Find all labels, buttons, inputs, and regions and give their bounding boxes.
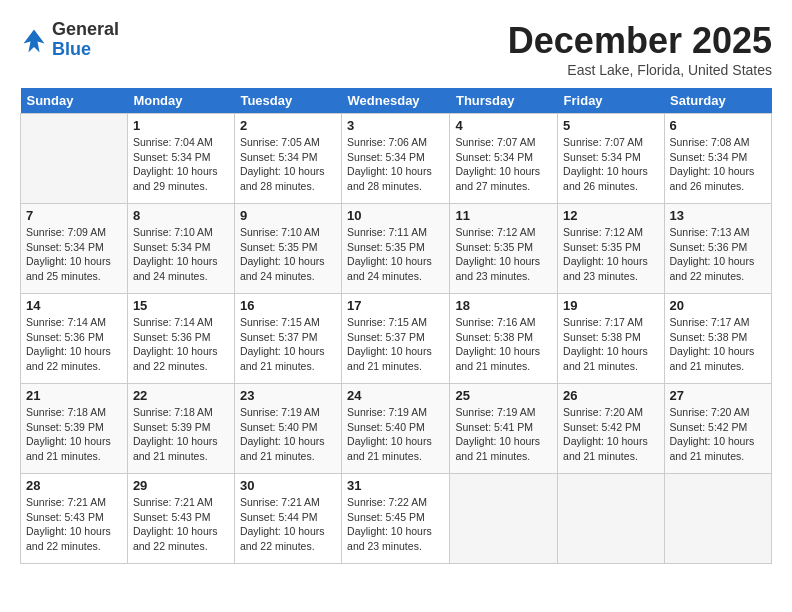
day-cell (450, 474, 558, 564)
day-info: Sunrise: 7:16 AM Sunset: 5:38 PM Dayligh… (455, 315, 552, 374)
header-monday: Monday (127, 88, 234, 114)
day-number: 23 (240, 388, 336, 403)
day-info: Sunrise: 7:13 AM Sunset: 5:36 PM Dayligh… (670, 225, 766, 284)
day-number: 31 (347, 478, 444, 493)
day-info: Sunrise: 7:19 AM Sunset: 5:41 PM Dayligh… (455, 405, 552, 464)
day-cell: 25Sunrise: 7:19 AM Sunset: 5:41 PM Dayli… (450, 384, 558, 474)
day-number: 14 (26, 298, 122, 313)
day-cell: 15Sunrise: 7:14 AM Sunset: 5:36 PM Dayli… (127, 294, 234, 384)
day-info: Sunrise: 7:12 AM Sunset: 5:35 PM Dayligh… (563, 225, 658, 284)
day-info: Sunrise: 7:09 AM Sunset: 5:34 PM Dayligh… (26, 225, 122, 284)
day-info: Sunrise: 7:07 AM Sunset: 5:34 PM Dayligh… (563, 135, 658, 194)
day-cell (558, 474, 664, 564)
header-sunday: Sunday (21, 88, 128, 114)
day-number: 17 (347, 298, 444, 313)
day-info: Sunrise: 7:20 AM Sunset: 5:42 PM Dayligh… (563, 405, 658, 464)
day-number: 18 (455, 298, 552, 313)
week-row-5: 28Sunrise: 7:21 AM Sunset: 5:43 PM Dayli… (21, 474, 772, 564)
day-cell: 16Sunrise: 7:15 AM Sunset: 5:37 PM Dayli… (234, 294, 341, 384)
day-number: 29 (133, 478, 229, 493)
day-info: Sunrise: 7:15 AM Sunset: 5:37 PM Dayligh… (347, 315, 444, 374)
logo-line1: General (52, 19, 119, 39)
day-info: Sunrise: 7:10 AM Sunset: 5:34 PM Dayligh… (133, 225, 229, 284)
svg-marker-0 (24, 29, 45, 52)
day-cell: 21Sunrise: 7:18 AM Sunset: 5:39 PM Dayli… (21, 384, 128, 474)
day-number: 30 (240, 478, 336, 493)
header-saturday: Saturday (664, 88, 771, 114)
logo-line2: Blue (52, 39, 91, 59)
month-title: December 2025 (508, 20, 772, 62)
day-cell: 29Sunrise: 7:21 AM Sunset: 5:43 PM Dayli… (127, 474, 234, 564)
day-number: 13 (670, 208, 766, 223)
day-cell: 11Sunrise: 7:12 AM Sunset: 5:35 PM Dayli… (450, 204, 558, 294)
day-info: Sunrise: 7:21 AM Sunset: 5:44 PM Dayligh… (240, 495, 336, 554)
day-cell: 17Sunrise: 7:15 AM Sunset: 5:37 PM Dayli… (342, 294, 450, 384)
day-number: 25 (455, 388, 552, 403)
day-number: 2 (240, 118, 336, 133)
day-info: Sunrise: 7:18 AM Sunset: 5:39 PM Dayligh… (133, 405, 229, 464)
header-friday: Friday (558, 88, 664, 114)
day-info: Sunrise: 7:11 AM Sunset: 5:35 PM Dayligh… (347, 225, 444, 284)
day-number: 19 (563, 298, 658, 313)
day-info: Sunrise: 7:17 AM Sunset: 5:38 PM Dayligh… (563, 315, 658, 374)
day-info: Sunrise: 7:17 AM Sunset: 5:38 PM Dayligh… (670, 315, 766, 374)
header-wednesday: Wednesday (342, 88, 450, 114)
week-row-1: 1Sunrise: 7:04 AM Sunset: 5:34 PM Daylig… (21, 114, 772, 204)
day-cell: 20Sunrise: 7:17 AM Sunset: 5:38 PM Dayli… (664, 294, 771, 384)
day-info: Sunrise: 7:14 AM Sunset: 5:36 PM Dayligh… (133, 315, 229, 374)
day-cell: 10Sunrise: 7:11 AM Sunset: 5:35 PM Dayli… (342, 204, 450, 294)
day-number: 8 (133, 208, 229, 223)
day-info: Sunrise: 7:10 AM Sunset: 5:35 PM Dayligh… (240, 225, 336, 284)
day-info: Sunrise: 7:06 AM Sunset: 5:34 PM Dayligh… (347, 135, 444, 194)
day-info: Sunrise: 7:07 AM Sunset: 5:34 PM Dayligh… (455, 135, 552, 194)
day-cell: 18Sunrise: 7:16 AM Sunset: 5:38 PM Dayli… (450, 294, 558, 384)
day-number: 22 (133, 388, 229, 403)
logo-text: General Blue (52, 20, 119, 60)
day-number: 7 (26, 208, 122, 223)
day-number: 9 (240, 208, 336, 223)
day-cell: 4Sunrise: 7:07 AM Sunset: 5:34 PM Daylig… (450, 114, 558, 204)
day-info: Sunrise: 7:19 AM Sunset: 5:40 PM Dayligh… (347, 405, 444, 464)
day-cell: 6Sunrise: 7:08 AM Sunset: 5:34 PM Daylig… (664, 114, 771, 204)
day-number: 27 (670, 388, 766, 403)
day-number: 28 (26, 478, 122, 493)
title-block: December 2025 East Lake, Florida, United… (508, 20, 772, 78)
day-number: 26 (563, 388, 658, 403)
day-number: 20 (670, 298, 766, 313)
day-number: 24 (347, 388, 444, 403)
day-info: Sunrise: 7:21 AM Sunset: 5:43 PM Dayligh… (133, 495, 229, 554)
day-cell: 23Sunrise: 7:19 AM Sunset: 5:40 PM Dayli… (234, 384, 341, 474)
day-cell: 19Sunrise: 7:17 AM Sunset: 5:38 PM Dayli… (558, 294, 664, 384)
day-info: Sunrise: 7:05 AM Sunset: 5:34 PM Dayligh… (240, 135, 336, 194)
calendar-table: SundayMondayTuesdayWednesdayThursdayFrid… (20, 88, 772, 564)
day-info: Sunrise: 7:15 AM Sunset: 5:37 PM Dayligh… (240, 315, 336, 374)
day-cell: 30Sunrise: 7:21 AM Sunset: 5:44 PM Dayli… (234, 474, 341, 564)
day-cell: 13Sunrise: 7:13 AM Sunset: 5:36 PM Dayli… (664, 204, 771, 294)
logo-icon (20, 26, 48, 54)
day-cell: 28Sunrise: 7:21 AM Sunset: 5:43 PM Dayli… (21, 474, 128, 564)
day-info: Sunrise: 7:19 AM Sunset: 5:40 PM Dayligh… (240, 405, 336, 464)
day-number: 1 (133, 118, 229, 133)
day-info: Sunrise: 7:22 AM Sunset: 5:45 PM Dayligh… (347, 495, 444, 554)
week-row-3: 14Sunrise: 7:14 AM Sunset: 5:36 PM Dayli… (21, 294, 772, 384)
day-info: Sunrise: 7:08 AM Sunset: 5:34 PM Dayligh… (670, 135, 766, 194)
day-cell: 31Sunrise: 7:22 AM Sunset: 5:45 PM Dayli… (342, 474, 450, 564)
day-number: 3 (347, 118, 444, 133)
header-tuesday: Tuesday (234, 88, 341, 114)
day-info: Sunrise: 7:21 AM Sunset: 5:43 PM Dayligh… (26, 495, 122, 554)
logo: General Blue (20, 20, 119, 60)
day-cell: 27Sunrise: 7:20 AM Sunset: 5:42 PM Dayli… (664, 384, 771, 474)
day-info: Sunrise: 7:14 AM Sunset: 5:36 PM Dayligh… (26, 315, 122, 374)
location: East Lake, Florida, United States (508, 62, 772, 78)
day-cell: 8Sunrise: 7:10 AM Sunset: 5:34 PM Daylig… (127, 204, 234, 294)
day-cell: 5Sunrise: 7:07 AM Sunset: 5:34 PM Daylig… (558, 114, 664, 204)
day-number: 15 (133, 298, 229, 313)
day-number: 5 (563, 118, 658, 133)
day-cell (21, 114, 128, 204)
header-thursday: Thursday (450, 88, 558, 114)
day-number: 16 (240, 298, 336, 313)
day-number: 11 (455, 208, 552, 223)
day-number: 6 (670, 118, 766, 133)
day-cell: 7Sunrise: 7:09 AM Sunset: 5:34 PM Daylig… (21, 204, 128, 294)
day-info: Sunrise: 7:04 AM Sunset: 5:34 PM Dayligh… (133, 135, 229, 194)
